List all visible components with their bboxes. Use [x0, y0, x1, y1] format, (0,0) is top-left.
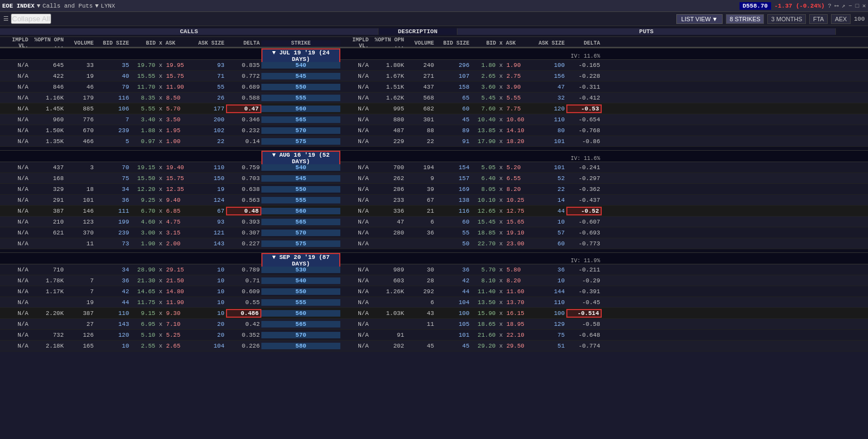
cell-4: 15.50 x 15.75 [131, 175, 191, 182]
cell-2: 27 [65, 321, 95, 327]
cell-10: 21 [406, 208, 436, 214]
cell-3: 116 [95, 95, 131, 101]
cell-10: 6 [406, 219, 436, 225]
aex-button[interactable]: AEX [831, 14, 851, 24]
cell-8: N/A [340, 230, 370, 236]
cell-6: 0.835 [226, 62, 261, 69]
cell-3: 79 [95, 84, 131, 90]
hdr-c-delta: DELTA [226, 40, 261, 46]
list-view-button[interactable]: LIST VIEW ▼ [676, 14, 723, 24]
iv-label-jul: IV: 11.6% [566, 53, 602, 59]
cell-6: 0.42 [226, 321, 261, 327]
cell-12: 7.60 x 7.75 [471, 106, 531, 112]
cell-13: 36 [531, 267, 566, 273]
cell-14: -0.311 [566, 84, 602, 90]
cell-5: 67 [191, 208, 226, 214]
cell-14: -0.52 [566, 207, 602, 215]
cell-1: 732 [30, 332, 65, 338]
table-row: N/A7103428.90 x 29.15100.789530N/A989303… [0, 264, 868, 275]
cell-8: N/A [340, 267, 370, 273]
cell-5: 110 [191, 164, 226, 171]
cell-12: 13.85 x 14.10 [471, 127, 531, 134]
cell-8: N/A [340, 62, 370, 69]
resize-icon[interactable]: ↗ [842, 2, 846, 9]
cell-0: N/A [0, 299, 30, 306]
cell-11: 44 [436, 288, 471, 295]
hdr-c-asksz: ASK SIZE [191, 40, 226, 46]
cell-8: N/A [340, 138, 370, 145]
cell-0: N/A [0, 95, 30, 101]
fta-button[interactable]: FTA [809, 14, 828, 24]
months-button[interactable]: 3 MONTHS [767, 14, 806, 24]
cell-10: 45 [406, 343, 436, 349]
title-right: D558.70 -1.37 (-0.24%) ? ⟷ ↗ − □ ✕ [739, 2, 866, 10]
cell-12: 22.70 x 23.00 [471, 240, 531, 247]
cell-12: 10.40 x 10.60 [471, 116, 531, 123]
cell-10: 39 [406, 186, 436, 193]
minimize-icon[interactable]: − [848, 3, 852, 9]
cell-8: N/A [340, 288, 370, 295]
help-icon[interactable]: ? [828, 3, 832, 9]
cell-14: -0.514 [566, 309, 602, 318]
cell-12: 5.05 x 5.20 [471, 164, 531, 171]
cell-4: 8.35 x 8.50 [131, 95, 191, 101]
cell-3: 239 [95, 127, 131, 134]
cell-4: 6.95 x 7.10 [131, 321, 191, 327]
cell-14: -0.654 [566, 116, 602, 123]
cell-7: 530 [261, 267, 340, 273]
cell-3: 44 [95, 299, 131, 306]
cell-11: 154 [436, 164, 471, 171]
cell-8: N/A [340, 321, 370, 327]
cell-13: 32 [531, 95, 566, 101]
cell-11: 50 [436, 240, 471, 247]
cell-4: 19.70 x 19.95 [131, 62, 191, 69]
cell-5: 102 [191, 127, 226, 134]
cell-0: N/A [0, 116, 30, 123]
table-row: N/A194411.75 x 11.90100.55555N/A610413.5… [0, 297, 868, 308]
cell-14: -0.607 [566, 219, 602, 225]
cell-2: 885 [65, 106, 95, 112]
cell-10: 36 [406, 230, 436, 236]
cell-2: 670 [65, 127, 95, 134]
cell-13: 80 [531, 127, 566, 134]
cell-9: 487 [370, 127, 406, 134]
table-row: N/A1.35K46650.97 x 1.00220.14575N/A22922… [0, 136, 868, 147]
cell-6: 0.55 [226, 299, 261, 306]
column-headers: IMPLD VL. %OPTN OPN ... VOLUME BID SIZE … [0, 37, 868, 48]
cell-13: 51 [531, 343, 566, 349]
cell-4: 1.88 x 1.95 [131, 127, 191, 134]
link-icon[interactable]: ⟷ [835, 2, 839, 9]
cell-11: 42 [436, 277, 471, 284]
cell-10: 28 [406, 277, 436, 284]
cell-12: 21.60 x 22.10 [471, 332, 531, 338]
cell-2: 126 [65, 332, 95, 338]
cell-2: 101 [65, 197, 95, 203]
maximize-icon[interactable]: □ [855, 3, 859, 9]
cell-9: 1.51K [370, 84, 406, 90]
cell-1: 1.50K [30, 127, 65, 134]
cell-9: 47 [370, 219, 406, 225]
cell-13: 44 [531, 208, 566, 214]
cell-5: 10 [191, 267, 226, 273]
cell-2: 18 [65, 186, 95, 193]
cell-9: 262 [370, 175, 406, 182]
cell-7: 560 [261, 310, 340, 317]
cell-4: 15.55 x 15.75 [131, 73, 191, 79]
collapse-all-button[interactable]: Collapse All [11, 14, 51, 24]
cell-13: 47 [531, 84, 566, 90]
cell-0: N/A [0, 62, 30, 69]
cell-3: 5 [95, 138, 131, 145]
cell-5: 26 [191, 95, 226, 101]
close-icon[interactable]: ✕ [862, 2, 866, 9]
cell-6: 0.227 [226, 240, 261, 247]
hdr-c-opn: %OPTN OPN ... [30, 37, 65, 49]
strikes-button[interactable]: 8 STRIKES [726, 14, 764, 24]
table-row: N/A1687515.50 x 15.751500.703545N/A26291… [0, 173, 868, 184]
cell-7: 570 [261, 230, 340, 236]
cell-14: -0.29 [566, 277, 602, 284]
cell-12: 18.65 x 18.95 [471, 321, 531, 327]
cell-8: N/A [340, 127, 370, 134]
cell-8: N/A [340, 175, 370, 182]
price-change: -1.37 (-0.24%) [774, 3, 824, 9]
cell-7: 555 [261, 197, 340, 203]
